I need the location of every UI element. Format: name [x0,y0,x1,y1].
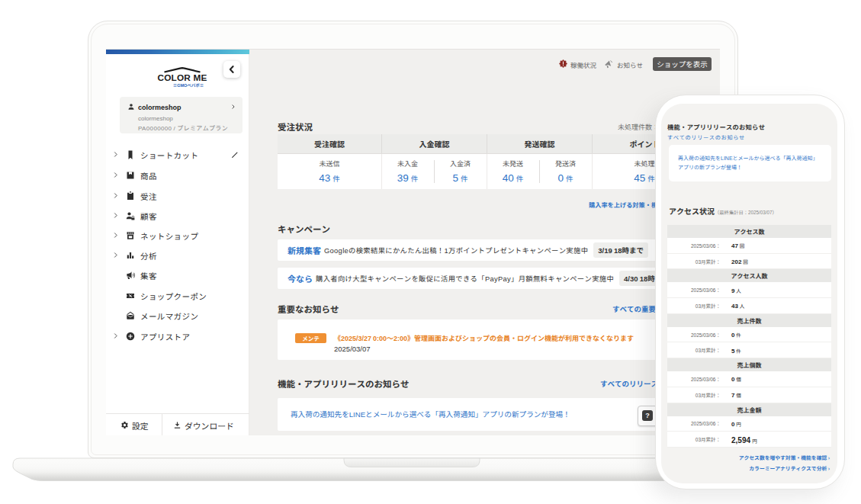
svg-text:COLOR ME: COLOR ME [157,72,207,83]
svg-text:≡GMOペパボ≡: ≡GMOペパボ≡ [173,82,204,88]
